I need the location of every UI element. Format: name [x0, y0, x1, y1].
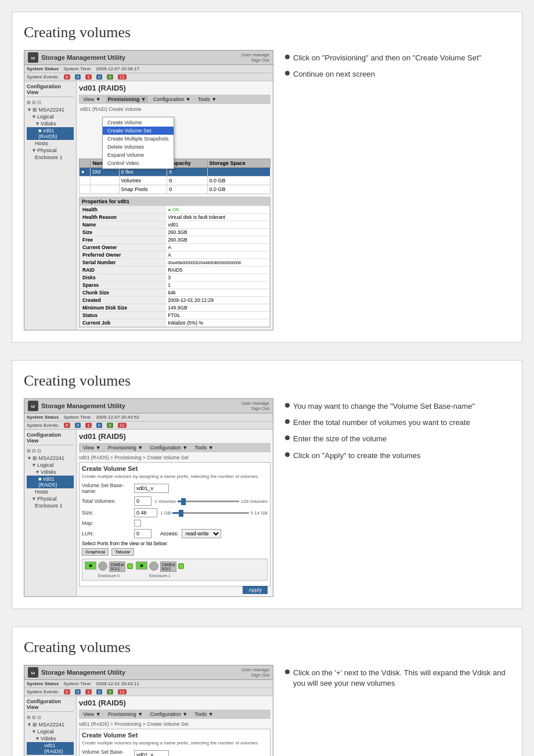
- size-slider-2[interactable]: [172, 512, 248, 514]
- tree-item-enc1-1[interactable]: Enclosure 1: [27, 154, 74, 161]
- nav-tools-1[interactable]: Tools ▼: [196, 96, 218, 103]
- tree-item-hosts-2[interactable]: Hosts: [27, 488, 74, 495]
- bullet-text-3-0: Click on the '+' next to the Vdisk. This…: [293, 668, 510, 689]
- nav-config-2[interactable]: Configuration ▼: [148, 444, 189, 451]
- nav-tools-2[interactable]: Tools ▼: [193, 444, 215, 451]
- tree-item-msa-3[interactable]: ▼ ⊞ MSA22241: [27, 721, 74, 728]
- basename-label-3: Volume Set Base-name:: [82, 749, 131, 756]
- prop-health-val-1: ● OK: [165, 206, 270, 214]
- dd-create-volume-set-1[interactable]: Create Volume Set: [103, 127, 174, 135]
- sign-out-2[interactable]: Sign Out: [241, 406, 269, 411]
- total-slider-2[interactable]: [178, 501, 239, 502]
- sys-events-2: System Events: X 0 1 0 0 11: [24, 422, 273, 430]
- sign-out-3[interactable]: Sign Out: [241, 672, 269, 678]
- user-manage-1[interactable]: User manage: [241, 52, 269, 57]
- nav-view-3[interactable]: View ▼: [81, 711, 103, 718]
- nav-config-1[interactable]: Configuration ▼: [151, 96, 193, 103]
- smu-header-left-1: ω Storage Management Utility: [28, 52, 125, 63]
- badge-01-1: 0: [96, 74, 102, 80]
- nav-tools-3[interactable]: Tools ▼: [193, 711, 215, 718]
- tabular-btn-2[interactable]: Tabular: [111, 548, 134, 556]
- bullet-dot-2-0: [285, 403, 290, 408]
- prop-health-label-1: Health: [80, 206, 165, 214]
- nav-prov-2[interactable]: Provisioning ▼: [106, 444, 145, 451]
- dd-create-volume-1[interactable]: Create Volume: [103, 118, 174, 127]
- tree-item-logical-3[interactable]: ▼ Logical: [27, 728, 74, 735]
- tree-item-vd01-1[interactable]: ■ vd01 (RAID5): [27, 127, 74, 140]
- smu-title-2: Storage Management Utility: [41, 402, 125, 409]
- tree-item-hosts-1[interactable]: Hosts: [27, 140, 74, 147]
- table-row-vols-1[interactable]: Volumes 0 0.0 GB: [80, 177, 270, 185]
- prop-name-label-1: Name: [80, 221, 165, 229]
- th-storage-1: Storage Space: [207, 159, 270, 168]
- sys-time-label-2: System Time:: [63, 415, 91, 420]
- size-slider-container-2: 1 GB 5 14 GB: [160, 510, 268, 516]
- sys-events-label-3: System Events:: [27, 689, 59, 694]
- bullet-item-2-3: Click on "Apply" to create the volumes: [285, 451, 510, 461]
- tree-item-vdisks-1[interactable]: ▼ Vdisks: [27, 120, 74, 127]
- basename-input-2[interactable]: [134, 484, 169, 493]
- td-space-s-1: 0.0 GB: [207, 185, 270, 194]
- port-4-2[interactable]: [149, 561, 158, 571]
- tree-item-vd01-2[interactable]: ■ vd01 (RAID5): [27, 476, 74, 488]
- user-manage-2[interactable]: User manage: [241, 401, 269, 406]
- ports-label-2: Select Ports from the view or list below…: [82, 541, 268, 546]
- basename-input-3[interactable]: [134, 750, 169, 756]
- ctrl-box-2: Ctrl/Ext0/1/1: [109, 561, 125, 572]
- port-2-2[interactable]: [98, 561, 107, 571]
- table-row-snap-1[interactable]: Snap Pools 0 0.0 GB: [80, 185, 270, 194]
- tree-item-enc1-2[interactable]: Enclosure 1: [27, 502, 74, 509]
- prop-hr-label-1: Health Reason: [80, 214, 165, 221]
- tree-item-physical-2[interactable]: ▼ Physical: [27, 495, 74, 502]
- sidebar-spacer-2: ⊞ ⊟ ⊡: [27, 447, 74, 455]
- user-manage-3[interactable]: User manage: [241, 667, 269, 672]
- size-input-2[interactable]: [134, 508, 157, 517]
- cvs-panel-2: Create Volume Set Create multiple volume…: [79, 462, 270, 586]
- map-checkbox-2[interactable]: [134, 520, 141, 527]
- bullet-item-3-0: Click on the '+' next to the Vdisk. This…: [285, 668, 510, 689]
- dropdown-menu-1[interactable]: Create Volume Create Volume Set Create M…: [102, 117, 174, 169]
- dd-create-snapshots-1[interactable]: Create Multiple Snapshots: [103, 135, 174, 143]
- prop-free-label-1: Free: [80, 236, 165, 244]
- dd-control-video-1[interactable]: Control Video: [103, 159, 174, 167]
- tree-item-msa-1[interactable]: ▼ ⊞ MSA22241: [27, 106, 74, 113]
- tree-item-msa-2[interactable]: ▼ ⊞ MSA22241: [27, 455, 74, 462]
- access-select-2[interactable]: read-write read-only no-access: [182, 529, 221, 538]
- tree-item-logical-2[interactable]: ▼ Logical: [27, 462, 74, 469]
- sign-out-1[interactable]: Sign Out: [241, 57, 269, 63]
- sys-time-label-1: System Time:: [63, 66, 91, 71]
- graphical-btn-2[interactable]: Graphical: [82, 548, 109, 556]
- lun-input-2[interactable]: [134, 529, 151, 538]
- port-1-2[interactable]: ◉: [85, 561, 96, 570]
- tree-item-vdisks-3[interactable]: ▼ Vdisks: [27, 735, 74, 742]
- cvs-row-map-2: Map:: [82, 520, 268, 527]
- tree-label-physical-2: Physical: [37, 496, 57, 502]
- port-3-2[interactable]: ◉: [136, 561, 147, 570]
- config-view-title-3: Configuration View: [27, 699, 74, 712]
- badge-0-2: 0: [75, 423, 81, 428]
- badge-11-2: 11: [118, 423, 127, 428]
- nav-provisioning-1[interactable]: Provisioning ▼: [106, 96, 148, 103]
- smu-sidebar-1: Configuration View ⊞ ⊟ ⊡ ▼ ⊞ MSA22241 ▼ …: [24, 81, 77, 330]
- nav-prov-3[interactable]: Provisioning ▼: [106, 711, 145, 718]
- prop-owner-label-1: Current Owner: [80, 244, 165, 251]
- prop-created-val-1: 2009-12-01 20:12:29: [165, 297, 270, 304]
- dd-delete-volume-1[interactable]: Delete Volumes: [103, 143, 174, 151]
- tree-item-vd01-3[interactable]: ▼ vd01 (RAID5): [27, 742, 74, 755]
- total-input-2[interactable]: [134, 496, 151, 506]
- tree-label-msa-1: ⊞ MSA22241: [33, 107, 64, 113]
- ports-area-2: ◉ Ctrl/Ext0/1/1 Enclosure 0: [82, 559, 268, 581]
- tree-label-hosts-1: Hosts: [35, 141, 48, 146]
- bullet-list-2: You may want to change the "Volume Set B…: [282, 398, 510, 467]
- nav-view-1[interactable]: View ▼: [81, 96, 103, 103]
- tree-item-vdisks-2[interactable]: ▼ Vdisks: [27, 469, 74, 476]
- td-cap-s-1: 0: [167, 185, 207, 194]
- tree-item-logical-1[interactable]: ▼ Logical: [27, 113, 74, 120]
- apply-btn-2[interactable]: Apply: [243, 586, 268, 594]
- nav-view-2[interactable]: View ▼: [81, 444, 103, 451]
- nav-config-3[interactable]: Configuration ▼: [148, 711, 189, 718]
- tree-item-physical-1[interactable]: ▼ Physical: [27, 147, 74, 154]
- props-panel-1: Properties for vd01 Health● OK Health Re…: [79, 197, 270, 327]
- dd-expand-volume-1[interactable]: Expand Volume: [103, 151, 174, 159]
- smu-logo-1: ω: [28, 52, 38, 63]
